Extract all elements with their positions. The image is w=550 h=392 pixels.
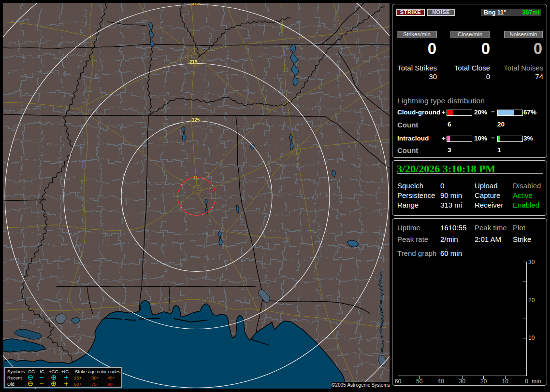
svg-text:30: 30: [459, 378, 466, 385]
svg-text:10: 10: [502, 378, 509, 385]
svg-text:10: 10: [528, 335, 535, 341]
svg-text:min: min: [532, 378, 541, 385]
svg-text:50: 50: [416, 378, 423, 385]
svg-text:125: 125: [192, 117, 200, 123]
svg-text:219: 219: [189, 59, 198, 65]
svg-text:20: 20: [528, 297, 535, 304]
svg-text:20: 20: [480, 378, 487, 385]
svg-text:31: 31: [193, 174, 198, 180]
svg-text:0: 0: [525, 378, 528, 385]
svg-text:60: 60: [395, 378, 402, 385]
svg-text:40: 40: [438, 378, 445, 385]
svg-text:30: 30: [528, 259, 535, 266]
